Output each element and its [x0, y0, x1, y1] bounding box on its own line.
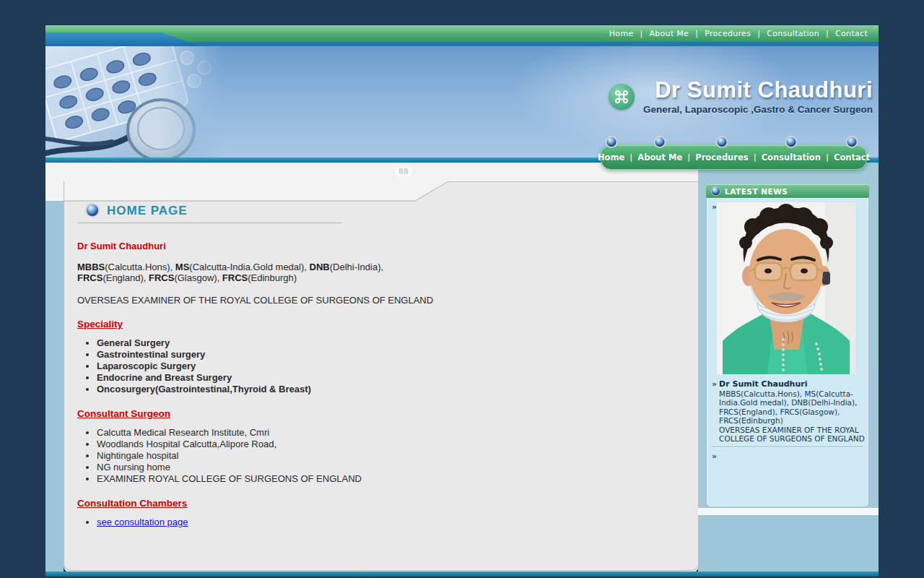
section-heading-consultant: Consultant Surgeon — [77, 408, 170, 419]
nav-separator: | — [757, 29, 760, 38]
consultation-page-link[interactable]: see consultation page — [97, 517, 188, 527]
nav-item-procedures[interactable]: Procedures — [705, 29, 751, 38]
nav-item-contact[interactable]: Contact — [833, 152, 871, 163]
site-tagline: General, Laparoscopic ,Gastro & Cancer S… — [643, 104, 873, 115]
news-next-bullet-icon: » — [712, 452, 717, 460]
nav-separator: | — [687, 152, 690, 162]
list-item: Laparoscopic Surgery — [97, 361, 539, 371]
credentials-text: MBBS(Calcutta.Hons), MS(Calcutta-India.G… — [77, 262, 539, 283]
sidebar-lower-block — [698, 515, 879, 572]
list-item: Gastrointestinal surgery — [97, 349, 539, 360]
sidebar-gap — [698, 508, 879, 515]
nav-orb-icon — [606, 137, 616, 147]
top-nav-links: Home|About Me|Procedures|Consultation|Co… — [606, 25, 871, 42]
section-consultation-chambers: Consultation Chambers see consultation p… — [77, 485, 539, 527]
bullet-orb-icon — [87, 204, 98, 216]
nav-separator: | — [629, 152, 632, 162]
footer-teal-line — [45, 571, 879, 577]
section-heading-speciality: Speciality — [77, 319, 123, 329]
list-item: Calcutta Medical Research Institute, Cmr… — [97, 427, 539, 438]
nav-item-contact[interactable]: Contact — [835, 29, 868, 38]
news-credentials: MBBS(Calcutta.Hons), MS(Calcutta-India.G… — [719, 389, 865, 426]
news-item: » Dr Sumit Chaudhuri MBBS(Calcutta.Hons)… — [712, 380, 865, 444]
clinic-logo-icon — [609, 84, 635, 110]
site-title: Dr Sumit Chaudhuri — [643, 78, 873, 103]
news-divider — [711, 447, 863, 447]
main-nav-bar: Home|About Me|Procedures|Consultation|Co… — [601, 144, 867, 170]
list-item: Nightingale hospital — [97, 450, 539, 461]
list-item: Oncosurgery(Gastrointestinal,Thyroid & B… — [97, 384, 539, 394]
page: Home|About Me|Procedures|Consultation|Co… — [0, 0, 924, 578]
nav-item-home[interactable]: Home — [609, 29, 634, 38]
news-item-bullet-icon: » — [712, 380, 717, 444]
section-heading-chambers: Consultation Chambers — [77, 498, 187, 509]
list-item: General Surgery — [97, 337, 539, 348]
list-item: NG nursing home — [97, 462, 539, 473]
nav-orb-icon — [786, 137, 796, 147]
credentials-line1: MBBS(Calcutta.Hons), MS(Calcutta-India.G… — [77, 262, 383, 272]
nav-orb-icon — [847, 137, 857, 147]
latest-news-header: LATEST NEWS — [706, 184, 869, 198]
pills-stethoscope-image — [45, 46, 226, 158]
page-heading-row: HOME PAGE — [87, 204, 539, 216]
page-title: HOME PAGE — [107, 205, 188, 216]
credentials-line2: FRCS(England), FRCS(Glasgow), FRCS(Edinb… — [77, 272, 297, 283]
nav-separator: | — [826, 29, 829, 38]
section-speciality: Speciality General SurgeryGastrointestin… — [77, 306, 539, 394]
nav-orb-icon — [717, 137, 726, 147]
speciality-list: General SurgeryGastrointestinal surgeryL… — [77, 337, 539, 394]
chambers-list: see consultation page — [77, 517, 539, 527]
nav-separator: | — [826, 152, 829, 162]
list-item: see consultation page — [97, 517, 539, 527]
left-blue-strip — [45, 201, 64, 573]
latest-news-panel: » — [706, 198, 869, 507]
nav-separator: | — [640, 29, 642, 38]
nav-item-consultation[interactable]: Consultation — [767, 29, 819, 38]
section-consultant-surgeon: Consultant Surgeon Calcutta Medical Rese… — [77, 395, 539, 484]
list-item: Endocrine and Breast Surgery — [97, 372, 539, 383]
nav-item-home[interactable]: Home — [597, 152, 625, 163]
banner: Dr Sumit Chaudhuri General, Laparoscopic… — [45, 46, 879, 158]
nav-item-about-me[interactable]: About Me — [637, 152, 683, 163]
list-item: Woodlands Hospital Calcutta,Alipore Road… — [97, 439, 539, 449]
doctor-photo — [717, 202, 855, 374]
overseas-examiner-text: OVERSEAS EXAMINER OF THE ROYAL COLLEGE O… — [77, 295, 539, 306]
nav-separator: | — [754, 152, 757, 162]
doctor-name-heading: Dr Sumit Chaudhuri — [77, 241, 539, 251]
watermark-icon: 88 — [396, 167, 411, 176]
panel-tab-decoration — [64, 181, 448, 201]
nav-separator: | — [695, 29, 698, 38]
news-orb-icon — [712, 187, 720, 195]
news-doctor-name: Dr Sumit Chaudhuri — [719, 380, 865, 389]
nav-orb-icon — [655, 137, 665, 147]
latest-news-title: LATEST NEWS — [725, 187, 788, 196]
nav-item-about-me[interactable]: About Me — [649, 29, 689, 38]
nav-item-consultation[interactable]: Consultation — [761, 152, 821, 163]
site-brand: Dr Sumit Chaudhuri General, Laparoscopic… — [609, 78, 873, 115]
heading-rule — [77, 223, 341, 223]
list-item: EXAMINER ROYAL COLLEGE OF SURGEONS OF EN… — [97, 473, 539, 484]
main-content: HOME PAGE Dr Sumit Chaudhuri MBBS(Calcut… — [77, 204, 539, 528]
news-item-body: Dr Sumit Chaudhuri MBBS(Calcutta.Hons), … — [719, 380, 865, 444]
consultant-list: Calcutta Medical Research Institute, Cmr… — [77, 427, 539, 484]
nav-item-procedures[interactable]: Procedures — [694, 152, 749, 163]
news-overseas: OVERSEAS EXAMINER OF THE ROYAL COLLEGE O… — [719, 426, 865, 444]
